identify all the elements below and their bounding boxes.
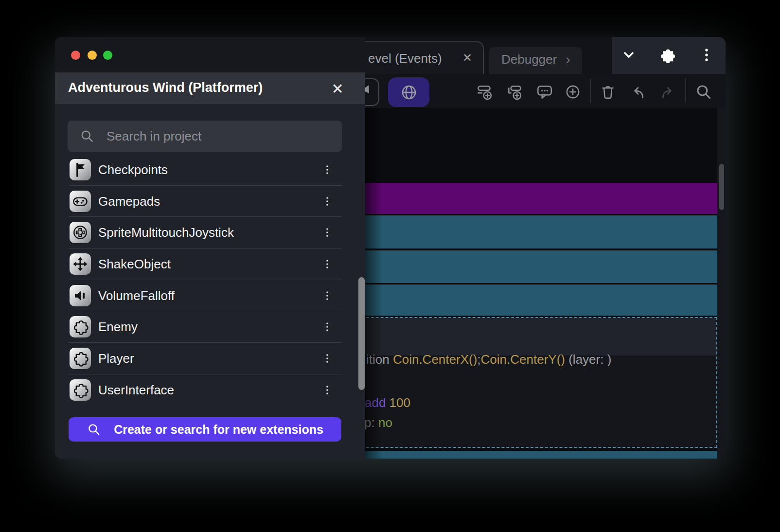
tab-debugger[interactable]: Debugger ›	[489, 47, 582, 74]
search-events-button[interactable]	[694, 82, 713, 102]
tab-level-events[interactable]: evel (Events) ✕	[347, 41, 484, 74]
extension-label: Player	[98, 351, 134, 366]
kebab-menu-icon	[320, 162, 334, 177]
kebab-menu-icon	[320, 383, 334, 397]
kebab-menu-icon	[320, 319, 334, 334]
undo-button[interactable]	[628, 82, 648, 102]
extension-icon	[70, 379, 91, 401]
choose-event-type-button[interactable]	[563, 82, 583, 102]
drawer-header: Adventurous Wind (Platformer) ✕	[55, 72, 365, 104]
extension-list-item[interactable]: Gamepads	[55, 186, 365, 217]
extension-list-item[interactable]: SpriteMultitouchJoystick	[55, 217, 365, 248]
window-titlebar	[55, 37, 365, 72]
create-search-extensions-button[interactable]: Create or search for new extensions	[69, 417, 341, 442]
extension-list-item[interactable]: Player	[55, 343, 365, 374]
project-search-box[interactable]	[68, 121, 342, 152]
extension-icon	[70, 348, 91, 369]
item-menu-button[interactable]	[320, 223, 334, 242]
extension-list-item[interactable]: VolumeFalloff	[55, 280, 365, 312]
chevron-down-icon	[620, 46, 638, 64]
toolbar-divider	[685, 79, 686, 103]
kebab-menu-icon	[320, 194, 334, 209]
kebab-menu-icon	[320, 257, 334, 271]
extension-icon	[70, 253, 91, 275]
cta-label: Create or search for new extensions	[114, 423, 323, 437]
app-window: evel (Events) ✕ Debugger ›	[55, 37, 726, 459]
extension-icon	[70, 159, 91, 180]
kebab-menu-icon	[320, 288, 334, 303]
kebab-menu-icon	[320, 351, 334, 366]
search-input[interactable]	[106, 121, 335, 152]
item-menu-button[interactable]	[320, 192, 334, 211]
more-menu-button[interactable]	[696, 44, 717, 66]
undo-icon	[629, 83, 647, 101]
extension-icon	[70, 191, 91, 212]
toolbar-divider	[590, 79, 591, 103]
selected-event-block[interactable]: ition Coin.CenterX();Coin.CenterY() (lay…	[347, 317, 717, 448]
event-code-line: add 100	[365, 395, 410, 410]
item-menu-button[interactable]	[320, 317, 334, 337]
collapse-tabs-button[interactable]	[618, 44, 639, 66]
event-conditions-area[interactable]	[348, 318, 716, 355]
extension-label: Checkpoints	[98, 162, 168, 177]
item-menu-button[interactable]	[320, 286, 334, 305]
extension-list-item[interactable]: Enemy	[55, 311, 365, 343]
delete-button[interactable]	[598, 82, 618, 102]
circle-plus-icon	[564, 83, 582, 101]
add-subevent-button[interactable]	[505, 82, 525, 102]
project-title: Adventurous Wind (Platformer)	[68, 80, 263, 95]
tab-label: evel (Events)	[368, 51, 442, 66]
extension-list-item[interactable]: UserInterface	[55, 374, 365, 406]
extension-icon	[70, 316, 91, 337]
zoom-window-button[interactable]	[103, 51, 112, 60]
extension-icon	[70, 222, 91, 243]
close-icon[interactable]: ✕	[327, 78, 348, 99]
close-window-button[interactable]	[71, 51, 80, 60]
extension-list-item[interactable]: Checkpoints	[55, 154, 365, 186]
add-event-icon	[476, 83, 494, 101]
puzzle-icon	[71, 317, 90, 337]
search-icon	[694, 83, 713, 101]
trash-icon	[599, 83, 617, 101]
drawer-scrollbar-thumb[interactable]	[358, 277, 365, 390]
extension-label: ShakeObject	[98, 257, 171, 272]
move-arrows-icon	[71, 254, 90, 274]
chevron-right-icon[interactable]: ›	[566, 51, 570, 68]
extension-label: VolumeFalloff	[98, 288, 175, 303]
add-subevent-icon	[506, 83, 524, 101]
screenshot-stage: evel (Events) ✕ Debugger ›	[0, 0, 780, 532]
network-preview-button[interactable]	[388, 77, 429, 107]
event-code-line: ition Coin.CenterX();Coin.CenterY() (lay…	[366, 352, 611, 367]
item-menu-button[interactable]	[320, 254, 334, 274]
extension-label: Gamepads	[98, 194, 160, 209]
add-event-button[interactable]	[475, 82, 495, 102]
project-manager-drawer: Adventurous Wind (Platformer) ✕ Checkpoi…	[55, 37, 365, 459]
item-menu-button[interactable]	[320, 349, 334, 368]
speaker-icon	[71, 286, 90, 305]
puzzle-icon	[71, 380, 90, 400]
extensions-list: Checkpoints Gamepads SpriteMultitouchJoy…	[55, 154, 365, 406]
item-menu-button[interactable]	[320, 160, 334, 179]
window-controls-zone	[612, 37, 726, 74]
extensions-button[interactable]	[656, 44, 678, 66]
flag-icon	[71, 160, 90, 179]
kebab-menu-icon	[698, 46, 715, 64]
events-scrollbar-thumb[interactable]	[719, 164, 724, 210]
extension-label: SpriteMultitouchJoystick	[98, 225, 234, 240]
extension-label: UserInterface	[98, 383, 174, 398]
puzzle-piece-icon	[657, 45, 677, 65]
redo-icon	[658, 83, 677, 101]
globe-icon	[400, 84, 418, 101]
add-comment-icon	[535, 83, 554, 101]
gamepad-icon	[71, 192, 90, 211]
tab-close-icon[interactable]: ✕	[462, 51, 472, 65]
redo-button[interactable]	[658, 82, 677, 102]
add-comment-button[interactable]	[535, 82, 554, 102]
events-scrollbar-track[interactable]	[717, 108, 726, 459]
extension-icon	[70, 285, 91, 306]
item-menu-button[interactable]	[320, 380, 334, 400]
minimize-window-button[interactable]	[88, 51, 97, 60]
extension-list-item[interactable]: ShakeObject	[55, 248, 365, 280]
tab-label: Debugger	[501, 52, 557, 67]
kebab-menu-icon	[320, 225, 334, 240]
